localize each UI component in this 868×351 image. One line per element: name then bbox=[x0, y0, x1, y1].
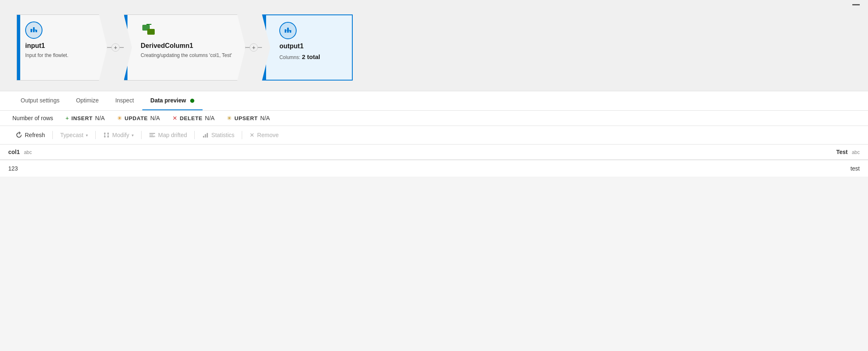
refresh-label: Refresh bbox=[25, 132, 45, 138]
toolbar-sep-4 bbox=[194, 131, 195, 139]
svg-rect-7 bbox=[147, 29, 155, 35]
svg-rect-26 bbox=[207, 133, 208, 138]
update-label: UPDATE bbox=[125, 115, 148, 121]
insert-operation: + INSERT N/A bbox=[66, 115, 105, 121]
table-row: 123 test bbox=[0, 160, 868, 177]
delete-icon: ✕ bbox=[172, 115, 177, 121]
remove-label: Remove bbox=[257, 132, 278, 138]
svg-text:→: → bbox=[284, 26, 292, 34]
upsert-label: UPSERT bbox=[234, 115, 258, 121]
map-drifted-icon bbox=[149, 132, 156, 138]
svg-rect-23 bbox=[149, 136, 154, 137]
toolbar-sep-3 bbox=[141, 131, 142, 139]
node-output1[interactable]: → output1 Columns: 2 total bbox=[262, 14, 353, 81]
svg-rect-25 bbox=[205, 134, 206, 138]
map-drifted-label: Map drifted bbox=[158, 132, 187, 138]
connector-1: + bbox=[107, 47, 124, 48]
toolbar: Refresh Typecast ▾ Modify ▾ bbox=[0, 126, 868, 145]
table-header-row: col1 abc Test abc bbox=[0, 145, 868, 160]
statistics-label: Statistics bbox=[211, 132, 234, 138]
input-icon: → bbox=[25, 21, 42, 39]
node-subtitle-derived: Creating/updating the columns 'col1, Tes… bbox=[141, 52, 232, 59]
update-icon: ✳ bbox=[117, 115, 122, 121]
modify-icon bbox=[103, 132, 110, 138]
remove-x-icon: ✕ bbox=[250, 132, 255, 138]
node-card-input1: → input1 Input for the flowlet. bbox=[17, 14, 107, 81]
row-count-bar: Number of rows + INSERT N/A ✳ UPDATE N/A… bbox=[0, 111, 868, 126]
node-title-input1: input1 bbox=[25, 42, 94, 50]
toolbar-sep-1 bbox=[52, 131, 53, 139]
add-step-1-button[interactable]: + bbox=[111, 43, 120, 52]
upsert-operation: ✳ UPSERT N/A bbox=[227, 115, 270, 121]
toolbar-sep-5 bbox=[242, 131, 242, 139]
node-derived-column1[interactable]: DerivedColumn1 Creating/updating the col… bbox=[124, 14, 245, 81]
upsert-value: N/A bbox=[260, 115, 270, 121]
tab-inspect[interactable]: Inspect bbox=[107, 91, 142, 110]
remove-button[interactable]: ✕ Remove bbox=[244, 129, 284, 141]
node-blue-bar-derived bbox=[124, 15, 127, 80]
tab-output-settings[interactable]: Output settings bbox=[12, 91, 68, 110]
modify-chevron-icon: ▾ bbox=[132, 133, 134, 138]
update-value: N/A bbox=[150, 115, 160, 121]
minimize-button[interactable] bbox=[852, 4, 860, 5]
pipeline-canvas: → input1 Input for the flowlet. + bbox=[0, 0, 868, 91]
refresh-icon bbox=[16, 132, 22, 138]
tab-optimize[interactable]: Optimize bbox=[68, 91, 107, 110]
node-subtitle-input1: Input for the flowlet. bbox=[25, 52, 94, 59]
data-table-wrap: col1 abc Test abc 123 test bbox=[0, 145, 868, 177]
tab-data-preview[interactable]: Data preview bbox=[142, 91, 203, 110]
modify-label: Modify bbox=[112, 132, 129, 138]
svg-rect-8 bbox=[146, 24, 151, 25]
update-operation: ✳ UPDATE N/A bbox=[117, 115, 160, 121]
toolbar-sep-2 bbox=[95, 131, 96, 139]
cell-test-row0: test bbox=[434, 160, 868, 177]
typecast-chevron-icon: ▾ bbox=[86, 133, 88, 138]
node-title-output1: output1 bbox=[279, 43, 339, 50]
delete-value: N/A bbox=[205, 115, 215, 121]
insert-label: INSERT bbox=[71, 115, 93, 121]
delete-operation: ✕ DELETE N/A bbox=[172, 115, 215, 121]
node-blue-bar-output bbox=[263, 15, 266, 80]
node-card-output1: → output1 Columns: 2 total bbox=[262, 14, 353, 81]
svg-point-17 bbox=[107, 133, 109, 134]
modify-button[interactable]: Modify ▾ bbox=[97, 129, 139, 141]
svg-rect-21 bbox=[149, 133, 155, 134]
cell-col1-row0: 123 bbox=[0, 160, 434, 177]
insert-value: N/A bbox=[95, 115, 105, 121]
connector-2: + bbox=[245, 47, 262, 48]
col-header-test: Test abc bbox=[434, 145, 868, 160]
node-card-derived: DerivedColumn1 Creating/updating the col… bbox=[124, 14, 245, 81]
node-subtitle-output1: Columns: 2 total bbox=[279, 52, 339, 61]
svg-rect-4 bbox=[33, 27, 35, 32]
typecast-button[interactable]: Typecast ▾ bbox=[54, 129, 94, 141]
svg-rect-22 bbox=[149, 135, 153, 135]
typecast-label: Typecast bbox=[60, 132, 83, 138]
svg-point-18 bbox=[107, 136, 109, 138]
svg-point-16 bbox=[104, 136, 106, 138]
map-drifted-button[interactable]: Map drifted bbox=[143, 129, 193, 141]
refresh-button[interactable]: Refresh bbox=[10, 129, 51, 141]
tabs-bar: Output settings Optimize Inspect Data pr… bbox=[0, 91, 868, 111]
node-title-derived: DerivedColumn1 bbox=[141, 42, 232, 50]
statistics-icon bbox=[202, 132, 209, 138]
data-table: col1 abc Test abc 123 test bbox=[0, 145, 868, 177]
connector-line-1: + bbox=[107, 47, 124, 48]
svg-rect-24 bbox=[203, 136, 204, 138]
node-blue-bar bbox=[17, 15, 20, 80]
derived-column-icon bbox=[141, 21, 158, 39]
upsert-icon: ✳ bbox=[227, 115, 232, 121]
delete-label: DELETE bbox=[180, 115, 203, 121]
data-preview-dot bbox=[190, 99, 194, 103]
output-icon: → bbox=[279, 22, 297, 39]
node-input1[interactable]: → input1 Input for the flowlet. bbox=[17, 14, 107, 81]
svg-rect-3 bbox=[31, 29, 32, 32]
add-step-2-button[interactable]: + bbox=[250, 43, 258, 52]
row-count-label: Number of rows bbox=[12, 115, 53, 121]
connector-line-2: + bbox=[245, 47, 262, 48]
col-header-col1: col1 abc bbox=[0, 145, 434, 160]
bottom-panel: Output settings Optimize Inspect Data pr… bbox=[0, 91, 868, 177]
insert-icon: + bbox=[66, 115, 69, 121]
statistics-button[interactable]: Statistics bbox=[196, 129, 240, 141]
svg-point-15 bbox=[104, 133, 106, 134]
svg-rect-5 bbox=[35, 30, 37, 32]
